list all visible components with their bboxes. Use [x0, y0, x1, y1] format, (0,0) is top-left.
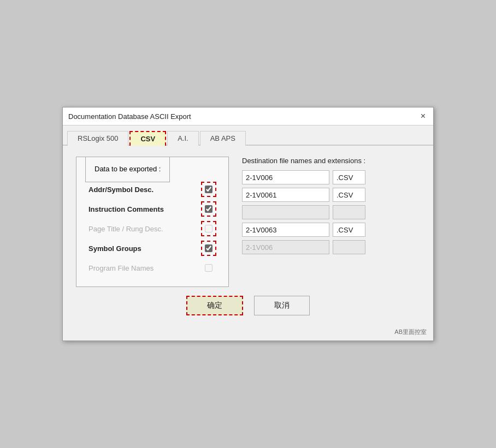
symbol-groups-highlight [201, 241, 216, 256]
dest-row-2 [242, 188, 420, 202]
instruction-comments-label: Instruction Comments [85, 199, 198, 219]
dest-row-3 [242, 205, 420, 219]
dest-ext-input-1[interactable] [333, 170, 365, 184]
page-title-highlight [201, 221, 216, 236]
export-group-legend: Data to be exported : [85, 157, 170, 182]
table-row: Page Title / Rung Desc. [85, 219, 220, 238]
dest-main-input-3[interactable] [242, 205, 329, 219]
table-row: Symbol Groups [85, 238, 220, 258]
destination-rows [242, 170, 420, 254]
dest-ext-input-2[interactable] [333, 188, 365, 202]
dest-row-1 [242, 170, 420, 184]
addr-symbol-checkbox[interactable] [205, 186, 212, 193]
page-title-checkbox-cell [198, 219, 220, 238]
addr-symbol-highlight [201, 182, 216, 197]
program-file-names-checkbox[interactable] [205, 264, 212, 272]
symbol-groups-checkbox[interactable] [205, 244, 212, 252]
addr-symbol-checkbox-cell [198, 180, 220, 199]
dest-ext-input-5[interactable] [333, 240, 365, 254]
main-row: Data to be exported : Addr/Symbol Desc. [76, 157, 420, 287]
destination-label: Destination file names and extensions : [242, 157, 420, 165]
page-title-checkbox[interactable] [205, 225, 212, 232]
cancel-button[interactable]: 取消 [254, 296, 310, 315]
dest-ext-input-4[interactable] [333, 223, 365, 237]
table-row: Instruction Comments [85, 199, 220, 219]
tab-csv[interactable]: CSV [129, 131, 166, 146]
tab-bar: RSLogix 500 CSV A.I. AB APS [63, 126, 433, 146]
tab-abaps[interactable]: AB APS [200, 131, 246, 146]
table-row: Addr/Symbol Desc. [85, 180, 220, 199]
table-row: Program File Names [85, 258, 220, 278]
main-window: Documentation Database ASCII Export × RS… [62, 107, 434, 341]
program-file-names-label: Program File Names [85, 258, 198, 278]
instruction-comments-checkbox[interactable] [205, 205, 212, 213]
program-file-names-highlight [201, 260, 216, 276]
watermark-text: AB里面控室 [394, 328, 427, 336]
confirm-button[interactable]: 确定 [186, 296, 243, 315]
instruction-comments-highlight [201, 201, 216, 217]
addr-symbol-label: Addr/Symbol Desc. [85, 180, 198, 199]
export-table: Addr/Symbol Desc. Instruction Comments [85, 180, 220, 278]
program-file-names-checkbox-cell [198, 258, 220, 278]
window-footer: AB里面控室 [63, 335, 433, 341]
tab-ai[interactable]: A.I. [167, 131, 199, 146]
symbol-groups-checkbox-cell [198, 238, 220, 258]
destination-group: Destination file names and extensions : [242, 157, 420, 287]
tab-rslogix500[interactable]: RSLogix 500 [67, 131, 128, 146]
instruction-comments-checkbox-cell [198, 199, 220, 219]
dest-row-5 [242, 240, 420, 254]
close-button[interactable]: × [418, 112, 428, 121]
symbol-groups-label: Symbol Groups [85, 238, 198, 258]
export-group: Data to be exported : Addr/Symbol Desc. [76, 157, 229, 287]
dest-ext-input-3[interactable] [333, 205, 365, 219]
dest-main-input-5[interactable] [242, 240, 329, 254]
title-bar: Documentation Database ASCII Export × [63, 107, 433, 126]
page-title-label: Page Title / Rung Desc. [85, 219, 198, 238]
dest-main-input-4[interactable] [242, 223, 329, 237]
dest-main-input-2[interactable] [242, 188, 329, 202]
dest-row-4 [242, 223, 420, 237]
dest-main-input-1[interactable] [242, 170, 329, 184]
window-title: Documentation Database ASCII Export [68, 112, 191, 121]
content-area: Data to be exported : Addr/Symbol Desc. [63, 146, 433, 335]
button-bar: 确定 取消 [76, 287, 420, 326]
